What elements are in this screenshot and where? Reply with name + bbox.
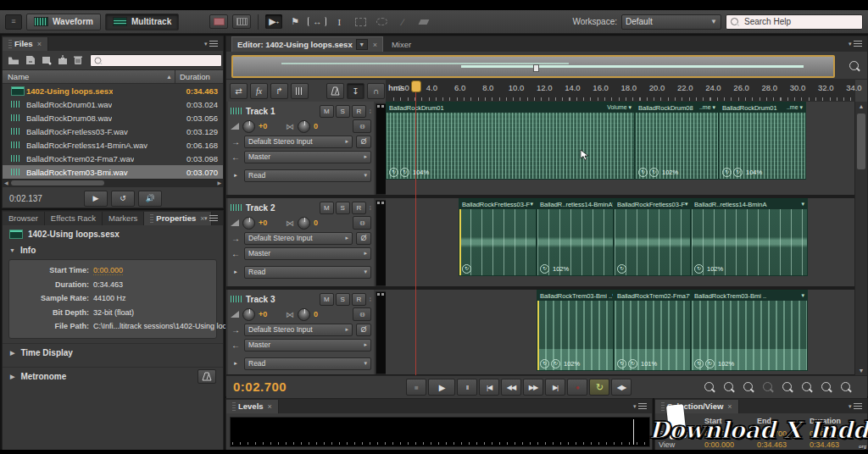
track-solo-button[interactable]: S	[336, 202, 350, 214]
scrollbar-thumb[interactable]	[857, 114, 865, 169]
waveform-view-button[interactable]: Waveform	[26, 14, 101, 30]
volume-knob[interactable]	[242, 217, 255, 230]
play-file-button[interactable]: ▶	[84, 191, 108, 207]
zoom-in-selection-icon[interactable]	[797, 379, 815, 394]
playhead-line[interactable]	[415, 91, 416, 375]
end-value[interactable]: 0:34.463	[757, 440, 810, 449]
zoom-out-horizontal-icon[interactable]	[719, 379, 737, 394]
metronome-icon[interactable]	[198, 369, 216, 384]
track-input-select[interactable]: Default Stereo Input▸	[244, 324, 353, 336]
auto-play-button[interactable]: 🔊	[138, 191, 162, 207]
file-row[interactable]: BalladRockDrum08.wav 0:03.056	[3, 111, 223, 125]
clip-title-bar[interactable]: BalladRockDrum01 Volume ▾	[387, 102, 634, 113]
clip-dropdown[interactable]: ▾	[612, 292, 613, 299]
metronome-icon[interactable]	[326, 83, 344, 99]
snap-to-ruler-icon[interactable]: ↧	[347, 83, 364, 99]
loop-playback-button[interactable]: ↺	[111, 191, 135, 207]
phase-invert-button[interactable]: Ø	[356, 136, 371, 148]
section-time-display[interactable]: ▶Time Display	[3, 343, 223, 363]
volume-value[interactable]: +0	[259, 219, 272, 227]
track-lane[interactable]: BalladRockTrem03-Bmi .. ▾ ↻↻ 102% Ballad…	[386, 290, 855, 374]
tab-browser[interactable]: Browser	[3, 212, 45, 225]
pan-value[interactable]: 0	[314, 310, 327, 318]
close-icon[interactable]: ×	[37, 37, 42, 51]
file-row[interactable]: BalladRockDrum01.wav 0:03.024	[3, 97, 223, 111]
scroll-left-icon[interactable]: ◀	[4, 180, 8, 187]
audio-clip[interactable]: BalladRockDrum08 ..me ▾ ↻↻ 102%	[635, 102, 719, 180]
stop-button[interactable]: ■	[406, 379, 426, 396]
volume-value[interactable]: +0	[259, 310, 272, 318]
tab-selection-view[interactable]: Selection/View×	[655, 400, 739, 413]
clip-waveform[interactable]: ↻↻ 102%	[692, 301, 807, 370]
files-hscrollbar[interactable]: ◀ ▶	[3, 179, 223, 187]
playhead-marker[interactable]	[411, 80, 421, 92]
info-section-header[interactable]: ▼ Info	[3, 242, 223, 257]
track-record-arm-button[interactable]: R	[352, 105, 366, 118]
audio-clip[interactable]: BalladRockTrem02-Fma7 ▾ ↻↻ 101%	[614, 290, 691, 371]
panel-menu-icon[interactable]: ▾	[849, 402, 864, 410]
loop-playback-button[interactable]: ↻	[589, 379, 609, 396]
clip-waveform[interactable]: ↻	[615, 209, 690, 275]
clip-waveform[interactable]: ↻ 102%	[537, 209, 613, 275]
clip-dropdown[interactable]: ▾	[801, 201, 804, 208]
clip-waveform[interactable]: ↻↻ 104%	[387, 113, 634, 179]
clip-dropdown[interactable]: ▾	[689, 292, 690, 299]
tab-mixer[interactable]: Mixer	[383, 38, 420, 52]
audio-clip[interactable]: BalladRockTrem03-Bmi .. ▾ ↻↻ 102%	[537, 290, 614, 371]
paintbrush-tool[interactable]: ∕	[394, 14, 411, 29]
clip-title-bar[interactable]: BalladR..retless14-BminA ▾	[692, 199, 807, 209]
property-value[interactable]: 0:00.000	[93, 266, 123, 275]
scroll-right-icon[interactable]: ▶	[217, 180, 221, 187]
files-search-input[interactable]	[105, 55, 219, 65]
clip-waveform[interactable]: ↻	[459, 209, 536, 275]
clip-waveform[interactable]: ↻↻ 102%	[636, 113, 718, 179]
track-mute-button[interactable]: M	[320, 293, 334, 306]
clip-fade-handle[interactable]	[459, 209, 461, 275]
audio-clip[interactable]: BalladR..retless14-BminA ▾ ↻ 102%	[537, 198, 614, 276]
track-record-arm-button[interactable]: R	[352, 293, 366, 306]
phase-invert-button[interactable]: Ø	[356, 232, 371, 245]
track-output-select[interactable]: Master▸	[244, 339, 371, 352]
automation-mode-select[interactable]: Read▾	[244, 357, 371, 370]
clip-title-bar[interactable]: BalladR..retless14-BminA ▾	[537, 199, 613, 209]
clip-title-bar[interactable]: BalladRockDrum08 ..me ▾	[636, 102, 718, 113]
file-row[interactable]: BalladRockFretless03-F.wav 0:03.129	[3, 125, 223, 138]
track-lane[interactable]: BalladRockDrum01 Volume ▾ ↻↻ 104% Ballad…	[386, 102, 855, 195]
workspace-dropdown[interactable]: Default ▼	[621, 14, 721, 30]
volume-knob[interactable]	[242, 120, 255, 133]
clip-waveform[interactable]: ↻↻ 104%	[720, 113, 805, 179]
audio-clip[interactable]: BalladRockTrem03-Bmi .. ▾ ↻↻ 102%	[691, 290, 808, 371]
clip-waveform[interactable]: ↻↻ 101%	[615, 301, 690, 370]
clip-dropdown[interactable]: ▾	[801, 292, 804, 299]
tab-levels[interactable]: Levels×	[226, 400, 279, 413]
tab-properties[interactable]: Properties×	[144, 212, 211, 225]
audio-clip[interactable]: BalladR..retless14-BminA ▾ ↻ 102%	[691, 198, 808, 276]
end-value[interactable]: 0:02.700	[757, 429, 810, 438]
start-value[interactable]: 0:00.000	[704, 440, 757, 449]
clip-dropdown[interactable]: ..me ▾	[699, 104, 715, 111]
column-name[interactable]: Name	[3, 72, 29, 81]
section-metronome[interactable]: ▶Metronome	[3, 367, 223, 386]
waveform-display-button[interactable]	[232, 14, 251, 29]
new-item-icon[interactable]	[42, 54, 52, 66]
slip-tool[interactable]: ↔	[308, 17, 326, 26]
duration-value[interactable]: 0:00.000	[810, 429, 862, 438]
track-solo-button[interactable]: S	[336, 293, 350, 306]
automation-mode-select[interactable]: Read▾	[244, 169, 371, 182]
track-record-arm-button[interactable]: R	[352, 202, 366, 214]
close-icon[interactable]: ×	[727, 400, 732, 413]
record-button[interactable]: ●	[567, 379, 587, 396]
track-grip[interactable]: ⁞	[370, 204, 371, 212]
multitrack-view-button[interactable]: Multitrack	[105, 14, 179, 30]
track-mute-button[interactable]: M	[320, 105, 334, 118]
fx-icon[interactable]: fx	[250, 83, 268, 99]
clip-waveform[interactable]: ↻ 102%	[692, 209, 807, 275]
rewind-button[interactable]: ◀◀	[501, 379, 521, 396]
zoom-out-full-icon[interactable]	[758, 379, 776, 394]
clip-dropdown[interactable]: ▾	[685, 201, 688, 208]
time-selection-tool[interactable]: I	[331, 14, 348, 29]
skip-to-end-button[interactable]: ▶|	[545, 379, 565, 396]
pan-knob[interactable]	[298, 217, 310, 230]
audio-clip[interactable]: BalladRockFretless03-F ▾ ↻	[614, 198, 691, 276]
meter-bars-icon[interactable]	[291, 83, 309, 99]
